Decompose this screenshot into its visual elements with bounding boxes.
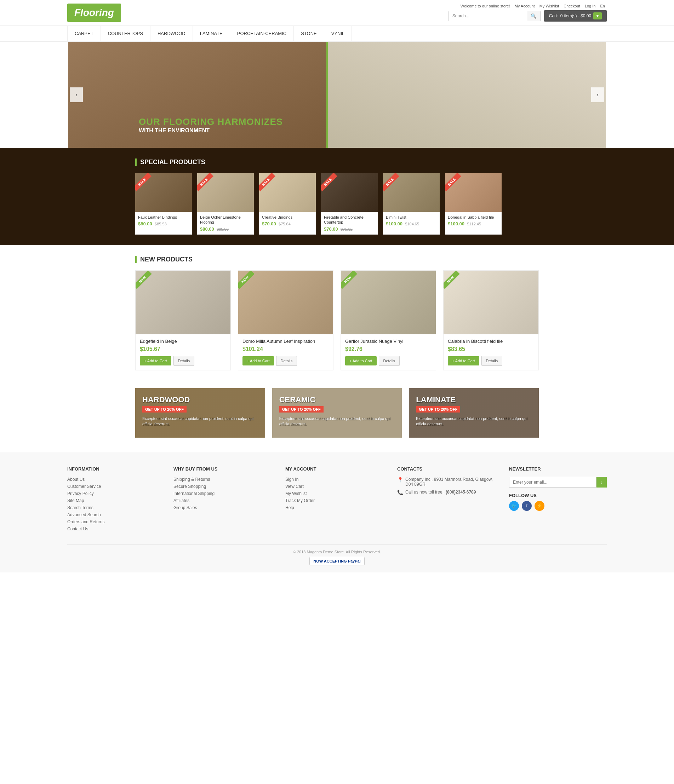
cat-banner-title-hardwood: HARDWOOD xyxy=(142,395,258,404)
copyright-text: © 2013 Magento Demo Store. All Rights Re… xyxy=(67,550,607,554)
my-account-link[interactable]: My Account xyxy=(515,4,535,8)
category-banner-hardwood[interactable]: HARDWOOD GET UP TO 20% OFF Excepteur sin… xyxy=(135,388,265,438)
details-button-0[interactable]: Details xyxy=(173,356,195,366)
special-product-img-5[interactable]: SALE xyxy=(445,173,502,212)
footer-link-view-cart[interactable]: View Cart xyxy=(286,484,383,489)
logo[interactable]: Flooring xyxy=(67,3,121,22)
footer-link-customer-service[interactable]: Customer Service xyxy=(67,484,159,489)
new-product-0: NEW Edgefield in Beige $105.67 + Add to … xyxy=(135,270,231,370)
special-product-old-price-0: $85.53 xyxy=(155,222,167,226)
phone-icon: 📞 xyxy=(397,490,403,495)
lang-selector[interactable]: En xyxy=(601,4,605,8)
hero-prev-button[interactable]: ‹ xyxy=(70,87,83,102)
special-product-price-4: $100.00 xyxy=(386,221,403,226)
nav-countertops[interactable]: COUNTERTOPS xyxy=(101,26,150,41)
new-product-info-0: Edgefield in Beige $105.67 + Add to Cart… xyxy=(136,334,231,370)
my-wishlist-link[interactable]: My Wishlist xyxy=(540,4,559,8)
details-button-1[interactable]: Details xyxy=(276,356,297,366)
newsletter-submit-button[interactable]: › xyxy=(596,477,607,487)
footer-grid: INFORMATION About Us Customer Service Pr… xyxy=(67,466,607,534)
footer-link-about-us[interactable]: About Us xyxy=(67,477,159,482)
new-products-inner: NEW PRODUCTS NEW Edgefield in Beige $105… xyxy=(68,256,606,370)
special-product-name-3: Firetable and Concrete Countertop xyxy=(324,215,375,225)
hero-next-button[interactable]: › xyxy=(591,87,604,102)
nav-hardwood[interactable]: HARDWOOD xyxy=(150,26,193,41)
details-button-3[interactable]: Details xyxy=(481,356,503,366)
special-products-grid: SALE Faux Leather Bindings $80.00 $85.53… xyxy=(135,173,539,235)
header: Flooring Welcome to our online store! My… xyxy=(0,0,674,26)
footer-link-orders-returns[interactable]: Orders and Returns xyxy=(67,520,159,524)
footer-link-my-wishlist[interactable]: My Wishlist xyxy=(286,491,383,496)
footer-link-secure-shopping[interactable]: Secure Shopping xyxy=(173,484,271,489)
facebook-icon[interactable]: f xyxy=(522,501,532,511)
paypal-text: NOW ACCEPTING PayPal xyxy=(313,559,360,563)
footer-contacts: CONTACTS 📍 Company Inc., 8901 Marmora Ro… xyxy=(397,466,495,534)
footer-newsletter: NEWSLETTER › FOLLOW US 🐦 f ⚡ xyxy=(509,466,607,534)
new-product-img-0[interactable]: NEW xyxy=(136,271,231,334)
nav-stone[interactable]: STONE xyxy=(294,26,324,41)
footer-link-search-terms[interactable]: Search Terms xyxy=(67,505,159,510)
special-product-img-0[interactable]: SALE xyxy=(135,173,192,212)
cart-arrow-icon: ▼ xyxy=(593,12,602,19)
nav-carpet[interactable]: CARPET xyxy=(67,26,101,41)
footer-contacts-title: CONTACTS xyxy=(397,466,495,471)
footer-phone: 📞 Call us now toll free: (800)2345-6789 xyxy=(397,490,495,495)
new-product-info-2: Gerflor Jurassic Nuage Vinyl $92.76 + Ad… xyxy=(341,334,436,370)
footer-link-advanced-search[interactable]: Advanced Search xyxy=(67,512,159,517)
footer-link-help[interactable]: Help xyxy=(286,505,383,510)
special-product-img-4[interactable]: SALE xyxy=(383,173,440,212)
sale-badge-0: SALE xyxy=(135,173,151,191)
new-product-name-3: Calabria in Biscotti field tile xyxy=(448,339,534,344)
rss-icon[interactable]: ⚡ xyxy=(535,501,545,511)
footer-why-buy-title: WHY BUY FROM US xyxy=(173,466,271,471)
special-product-5: SALE Donegal in Sabbia field tile $100.0… xyxy=(445,173,502,235)
new-product-actions-3: + Add to Cart Details xyxy=(448,356,534,366)
footer-link-site-map[interactable]: Site Map xyxy=(67,498,159,503)
footer-newsletter-title: NEWSLETTER xyxy=(509,466,607,471)
header-top-links: Welcome to our online store! My Account … xyxy=(459,4,607,8)
footer-link-group-sales[interactable]: Group Sales xyxy=(173,505,271,510)
category-banner-ceramic[interactable]: CERAMIC GET UP TO 20% OFF Excepteur sint… xyxy=(272,388,402,438)
nav-vynil[interactable]: VYNIL xyxy=(324,26,352,41)
special-product-3: SALE Firetable and Concrete Countertop $… xyxy=(321,173,378,235)
cart-button[interactable]: Cart: 0 item(s) - $0.00 ▼ xyxy=(544,10,607,22)
newsletter-email-input[interactable] xyxy=(509,477,596,487)
twitter-icon[interactable]: 🐦 xyxy=(509,501,519,511)
special-product-img-3[interactable]: SALE xyxy=(321,173,378,212)
search-input[interactable] xyxy=(449,11,527,20)
new-product-img-1[interactable]: NEW xyxy=(238,271,333,334)
details-button-2[interactable]: Details xyxy=(379,356,400,366)
footer-link-track-order[interactable]: Track My Order xyxy=(286,498,383,503)
footer-link-international[interactable]: International Shipping xyxy=(173,491,271,496)
add-to-cart-button-0[interactable]: + Add to Cart xyxy=(140,356,171,366)
new-product-price-3: $83.65 xyxy=(448,346,534,352)
footer-link-privacy-policy[interactable]: Privacy Policy xyxy=(67,491,159,496)
new-product-img-2[interactable]: NEW xyxy=(341,271,436,334)
search-button[interactable]: 🔍 xyxy=(527,11,540,21)
special-product-4: SALE Bimini Twist $100.00 $104.65 xyxy=(383,173,440,235)
footer-link-shipping[interactable]: Shipping & Returns xyxy=(173,477,271,482)
special-product-img-2[interactable]: SALE xyxy=(259,173,316,212)
nav-laminate[interactable]: LAMINATE xyxy=(193,26,230,41)
footer-link-contact-us[interactable]: Contact Us xyxy=(67,526,159,531)
nav-porcelain[interactable]: PORCELAIN-CERAMIC xyxy=(230,26,294,41)
special-product-price-0: $80.00 xyxy=(138,221,152,226)
special-product-img-1[interactable]: SALE xyxy=(197,173,254,212)
category-banner-laminate[interactable]: LAMINATE GET UP TO 20% OFF Excepteur sin… xyxy=(409,388,539,438)
add-to-cart-button-1[interactable]: + Add to Cart xyxy=(242,356,274,366)
special-product-info-2: Creative Bindings $70.00 $75.64 xyxy=(259,212,316,229)
footer-link-affiliates[interactable]: Affiliates xyxy=(173,498,271,503)
login-link[interactable]: Log In xyxy=(585,4,596,8)
special-product-old-price-3: $75.32 xyxy=(340,227,353,232)
new-product-img-3[interactable]: NEW xyxy=(443,271,538,334)
checkout-link[interactable]: Checkout xyxy=(563,4,580,8)
new-badge-3: NEW xyxy=(443,271,460,289)
special-product-info-4: Bimini Twist $100.00 $104.65 xyxy=(383,212,440,229)
add-to-cart-button-3[interactable]: + Add to Cart xyxy=(448,356,479,366)
add-to-cart-button-2[interactable]: + Add to Cart xyxy=(345,356,377,366)
special-product-price-5: $100.00 xyxy=(448,221,465,226)
footer-link-sign-in[interactable]: Sign In xyxy=(286,477,383,482)
follow-us-title: FOLLOW US xyxy=(509,493,607,498)
special-product-info-1: Beige Ocher Limestone Flooring $80.00 $8… xyxy=(197,212,254,235)
hero-text: OUR FLOORING HARMONIZES WITH THE ENVIRON… xyxy=(139,117,283,134)
